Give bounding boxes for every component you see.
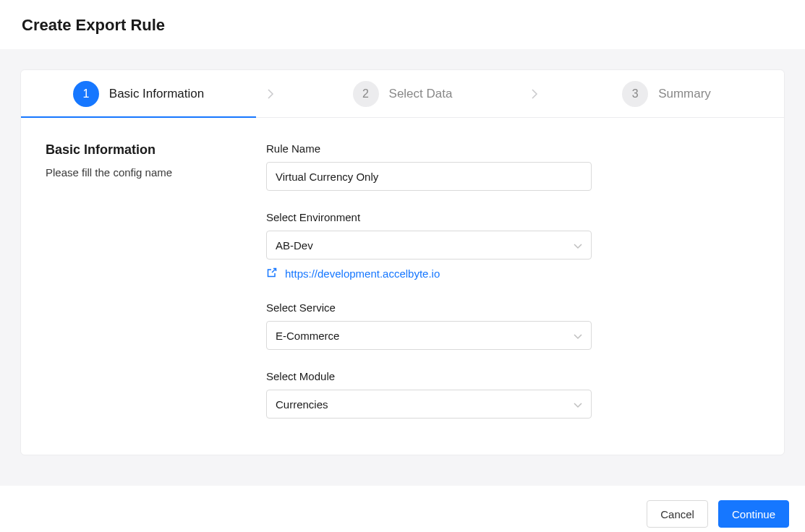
external-link-icon bbox=[266, 267, 278, 280]
step-label: Select Data bbox=[389, 87, 453, 101]
section-title: Basic Information bbox=[46, 142, 259, 158]
section-subtitle: Please fill the config name bbox=[46, 166, 259, 179]
module-value: Currencies bbox=[276, 398, 328, 411]
field-service: Select Service E-Commerce bbox=[266, 301, 592, 350]
step-number: 2 bbox=[353, 81, 379, 107]
chevron-right-icon bbox=[256, 70, 285, 117]
wizard-card: 1 Basic Information 2 Select Data 3 Summ bbox=[20, 69, 785, 455]
module-label: Select Module bbox=[266, 370, 592, 382]
form-fields: Rule Name Select Environment AB-Dev bbox=[266, 142, 592, 426]
field-rule-name: Rule Name bbox=[266, 142, 592, 191]
environment-label: Select Environment bbox=[266, 211, 592, 223]
continue-button[interactable]: Continue bbox=[718, 500, 789, 528]
field-environment: Select Environment AB-Dev bbox=[266, 211, 592, 281]
step-number: 1 bbox=[73, 81, 99, 107]
module-select[interactable]: Currencies bbox=[266, 390, 592, 419]
cancel-button[interactable]: Cancel bbox=[647, 500, 708, 528]
step-number: 3 bbox=[622, 81, 648, 107]
chevron-right-icon bbox=[520, 70, 549, 117]
environment-select[interactable]: AB-Dev bbox=[266, 231, 592, 259]
page-title: Create Export Rule bbox=[0, 0, 805, 49]
chevron-down-icon bbox=[574, 398, 582, 411]
environment-url-text: https://development.accelbyte.io bbox=[285, 267, 440, 280]
step-summary[interactable]: 3 Summary bbox=[549, 70, 784, 117]
field-module: Select Module Currencies bbox=[266, 370, 592, 419]
step-basic-information[interactable]: 1 Basic Information bbox=[21, 70, 256, 117]
section-info: Basic Information Please fill the config… bbox=[46, 142, 259, 426]
content-background: 1 Basic Information 2 Select Data 3 Summ bbox=[0, 49, 805, 486]
form-content: Basic Information Please fill the config… bbox=[21, 118, 784, 455]
rule-name-label: Rule Name bbox=[266, 142, 592, 155]
service-select[interactable]: E-Commerce bbox=[266, 321, 592, 350]
wizard-steps: 1 Basic Information 2 Select Data 3 Summ bbox=[21, 70, 784, 118]
chevron-down-icon bbox=[574, 330, 582, 342]
chevron-down-icon bbox=[574, 239, 582, 252]
step-label: Summary bbox=[658, 87, 711, 101]
service-value: E-Commerce bbox=[276, 330, 339, 342]
service-label: Select Service bbox=[266, 301, 592, 314]
rule-name-input[interactable] bbox=[266, 162, 592, 191]
step-select-data[interactable]: 2 Select Data bbox=[285, 70, 520, 117]
environment-url-link[interactable]: https://development.accelbyte.io bbox=[266, 267, 440, 280]
footer-actions: Cancel Continue bbox=[0, 486, 805, 532]
environment-value: AB-Dev bbox=[276, 239, 313, 252]
step-label: Basic Information bbox=[109, 87, 204, 101]
